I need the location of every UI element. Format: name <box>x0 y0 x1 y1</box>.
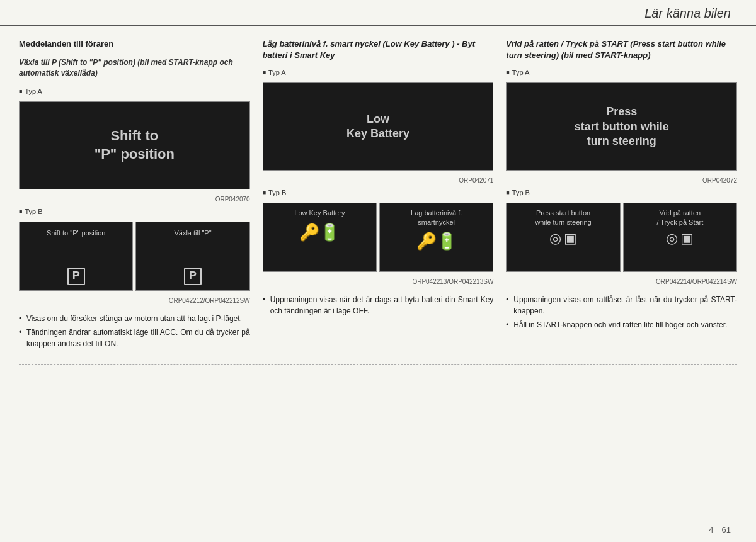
steering-wheel-icon2: ◎ <box>666 230 678 247</box>
col3-typeA-orp: ORP042072 <box>506 177 737 184</box>
col2-typeB-screen1: Low Key Battery 🔑🔋 <box>263 203 377 272</box>
col2-typeA-orp: ORP042071 <box>263 177 494 184</box>
col2-typeA-screen-text: LowKey Battery <box>346 112 410 142</box>
col1-title: Meddelanden till föraren <box>19 38 250 50</box>
sub-page-number: 61 <box>722 525 731 534</box>
col3-steering-icon1: ◎ ▣ <box>549 230 577 247</box>
col1-typeA-screen-text: Shift to"P" position <box>94 127 175 163</box>
footer-divider <box>718 523 718 536</box>
col2-typeA-screen: LowKey Battery <box>263 82 494 171</box>
main-content: Meddelanden till föraren Växla till P (S… <box>0 26 756 364</box>
col2-typeA-label: Typ A <box>263 69 494 76</box>
col1-typeB-screen2: Växla till "P" P <box>135 222 249 291</box>
col2-typeB-battery-icon2: 🔑🔋 <box>416 232 457 251</box>
col3-typeB-screen2-text: Vrid på ratten/ Tryck på Start <box>655 207 704 228</box>
col1-typeA-orp: ORP042070 <box>19 196 250 203</box>
col3-typeA-screen: Pressstart button whileturn steering <box>506 82 737 171</box>
col1-typeA-screen: Shift to"P" position <box>19 101 250 189</box>
col1-typeA-label: Typ A <box>19 88 250 95</box>
col1-bullet-2: Tändningen ändrar automatiskt läge till … <box>19 327 250 349</box>
col1-typeB-p-icon1: P <box>67 268 85 285</box>
col1-typeB-screen1-text: Shift to "P" position <box>45 227 106 239</box>
col1-typeB-screens: Shift to "P" position P Växla till "P" P <box>19 222 250 291</box>
col3-typeA-screen-text: Pressstart button whileturn steering <box>575 104 669 149</box>
col3-typeB-label: Typ B <box>506 189 737 196</box>
col3-typeB-screen1: Press start buttonwhile turn steering ◎ … <box>506 203 620 272</box>
col1-bullets: Visas om du försöker stänga av motorn ut… <box>19 313 250 352</box>
start-button-icon2: ▣ <box>680 230 694 247</box>
col3-typeB-screen1-text: Press start buttonwhile turn steering <box>534 207 592 228</box>
col2-typeB-orp: ORP042213/ORP042213SW <box>263 278 494 285</box>
col3-title: Vrid på ratten / Tryck på START (Press s… <box>506 38 737 61</box>
col2-typeB-screen1-text: Low Key Battery <box>293 207 346 218</box>
page-title: Lär känna bilen <box>644 6 731 21</box>
footer: 4 61 <box>709 523 731 536</box>
col3-bullets: Uppmaningen visas om rattlåset är låst n… <box>506 294 737 333</box>
start-button-icon1: ▣ <box>564 230 577 247</box>
col3-typeA-label: Typ A <box>506 69 737 76</box>
col3-bullet-1: Uppmaningen visas om rattlåset är låst n… <box>506 294 737 317</box>
header-bar: Lär känna bilen <box>0 0 756 26</box>
col2-typeB-screen2-text: Lag batterinivå f.smartnyckel <box>410 207 463 228</box>
col3-typeB-orp: ORP042214/ORP042214SW <box>506 278 737 285</box>
page-number: 4 <box>709 525 713 534</box>
col1-typeB-p-icon2: P <box>184 268 202 285</box>
col1-subtitle: Växla till P (Shift to "P" position) (bi… <box>19 57 250 79</box>
col2-typeB-battery-icon1: 🔑🔋 <box>299 223 340 242</box>
col2-typeB-screen2: Lag batterinivå f.smartnyckel 🔑🔋 <box>379 203 493 272</box>
col2-typeB-label: Typ B <box>263 189 494 196</box>
column-3: Vrid på ratten / Tryck på START (Press s… <box>506 38 737 352</box>
col1-bullet-1: Visas om du försöker stänga av motorn ut… <box>19 313 250 324</box>
col1-typeB-label: Typ B <box>19 208 250 215</box>
column-1: Meddelanden till föraren Växla till P (S… <box>19 38 250 352</box>
bottom-rule <box>19 364 737 365</box>
steering-wheel-icon: ◎ <box>549 230 561 247</box>
col3-bullet-2: Håll in START-knappen och vrid ratten li… <box>506 319 737 330</box>
col1-typeB-screen2-text: Växla till "P" <box>173 227 212 239</box>
col3-typeB-screen2: Vrid på ratten/ Tryck på Start ◎ ▣ <box>623 203 737 272</box>
column-2: Låg batterinivå f. smart nyckel (Low Key… <box>263 38 494 352</box>
col1-typeB-orp: ORP042212/ORP042212SW <box>19 297 250 304</box>
col2-typeB-screens: Low Key Battery 🔑🔋 Lag batterinivå f.sma… <box>263 203 494 272</box>
col2-title: Låg batterinivå f. smart nyckel (Low Key… <box>263 38 494 61</box>
col2-bullet-1: Uppmaningen visas när det är dags att by… <box>263 294 494 317</box>
col3-typeB-screens: Press start buttonwhile turn steering ◎ … <box>506 203 737 272</box>
col3-steering-icon2: ◎ ▣ <box>666 230 694 247</box>
col2-bullets: Uppmaningen visas när det är dags att by… <box>263 294 494 319</box>
col1-typeB-screen1: Shift to "P" position P <box>19 222 133 291</box>
